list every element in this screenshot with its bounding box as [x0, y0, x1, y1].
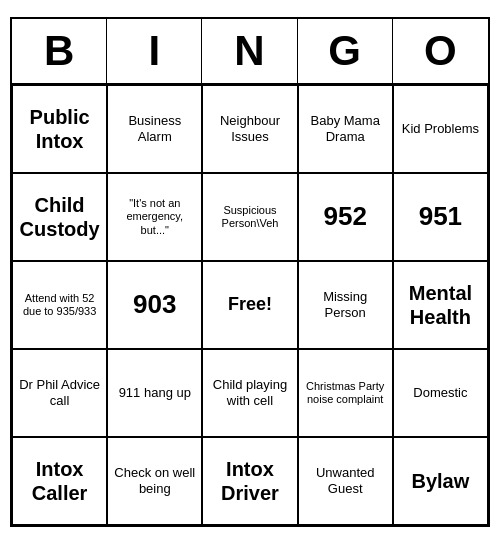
cell-11: 903 — [107, 261, 202, 349]
cell-0: Public Intox — [12, 85, 107, 173]
cell-15: Dr Phil Advice call — [12, 349, 107, 437]
header-g: G — [298, 19, 393, 83]
cell-14: Mental Health — [393, 261, 488, 349]
cell-8: 952 — [298, 173, 393, 261]
cell-20: Intox Caller — [12, 437, 107, 525]
cell-18: Christmas Party noise complaint — [298, 349, 393, 437]
cell-6: "It's not an emergency, but..." — [107, 173, 202, 261]
cell-2: Neighbour Issues — [202, 85, 297, 173]
header-b: B — [12, 19, 107, 83]
cell-24: Bylaw — [393, 437, 488, 525]
cell-17: Child playing with cell — [202, 349, 297, 437]
cell-12-free: Free! — [202, 261, 297, 349]
bingo-grid: Public Intox Business Alarm Neighbour Is… — [12, 85, 488, 525]
cell-7: Suspicious Person\Veh — [202, 173, 297, 261]
bingo-header: B I N G O — [12, 19, 488, 85]
cell-21: Check on well being — [107, 437, 202, 525]
cell-16: 911 hang up — [107, 349, 202, 437]
header-o: O — [393, 19, 488, 83]
cell-13: Missing Person — [298, 261, 393, 349]
cell-23: Unwanted Guest — [298, 437, 393, 525]
cell-9: 951 — [393, 173, 488, 261]
cell-4: Kid Problems — [393, 85, 488, 173]
cell-3: Baby Mama Drama — [298, 85, 393, 173]
cell-22: Intox Driver — [202, 437, 297, 525]
header-n: N — [202, 19, 297, 83]
header-i: I — [107, 19, 202, 83]
bingo-card: B I N G O Public Intox Business Alarm Ne… — [10, 17, 490, 527]
cell-1: Business Alarm — [107, 85, 202, 173]
cell-19: Domestic — [393, 349, 488, 437]
cell-5: Child Custody — [12, 173, 107, 261]
cell-10: Attend with 52 due to 935/933 — [12, 261, 107, 349]
